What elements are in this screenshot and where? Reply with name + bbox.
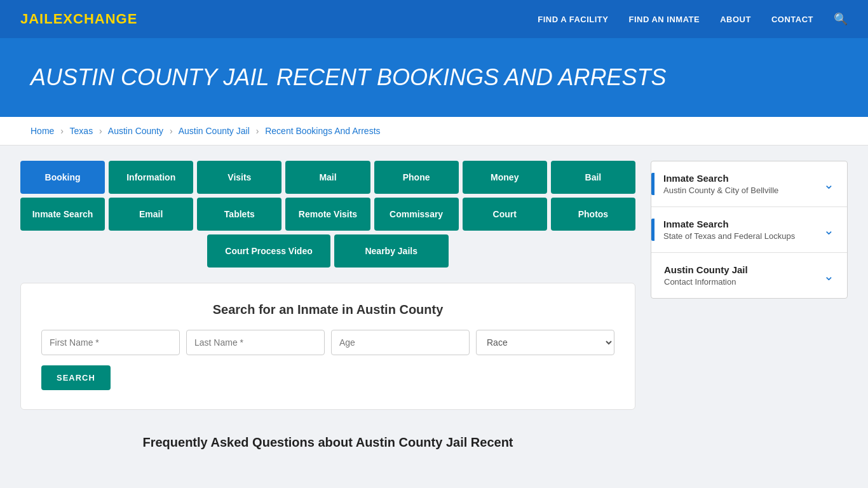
btn-visits[interactable]: Visits bbox=[197, 161, 281, 194]
btn-mail[interactable]: Mail bbox=[285, 161, 370, 194]
sidebar-title-2: Inmate Search bbox=[663, 219, 795, 229]
breadcrumb-sep-3: › bbox=[170, 126, 173, 136]
btn-phone[interactable]: Phone bbox=[374, 161, 459, 194]
btn-booking[interactable]: Booking bbox=[20, 161, 105, 194]
breadcrumb-austin-county-jail[interactable]: Austin County Jail bbox=[179, 126, 250, 136]
hero-title-main: Austin County Jail bbox=[31, 64, 269, 90]
sidebar-title-3: Austin County Jail bbox=[664, 264, 748, 275]
nav-about[interactable]: ABOUT bbox=[720, 15, 751, 24]
breadcrumb-austin-county[interactable]: Austin County bbox=[108, 126, 163, 136]
nav-contact[interactable]: CONTACT bbox=[771, 15, 813, 24]
btn-information[interactable]: Information bbox=[109, 161, 193, 194]
btn-email[interactable]: Email bbox=[109, 198, 193, 231]
chevron-down-icon-3: ⌄ bbox=[824, 268, 834, 283]
sidebar-card: Inmate Search Austin County & City of Be… bbox=[651, 161, 848, 299]
btn-tablets[interactable]: Tablets bbox=[197, 198, 281, 231]
sidebar-item-inmate-search-2[interactable]: Inmate Search State of Texas and Federal… bbox=[651, 207, 847, 253]
hero-section: Austin County Jail Recent Bookings and A… bbox=[0, 38, 868, 117]
search-title: Search for an Inmate in Austin County bbox=[41, 302, 614, 317]
search-icon[interactable]: 🔍 bbox=[834, 12, 848, 26]
age-input[interactable] bbox=[331, 330, 470, 355]
bottom-heading: Frequently Asked Questions about Austin … bbox=[20, 425, 635, 452]
hero-title-sub: Recent Bookings and Arrests bbox=[276, 64, 666, 90]
breadcrumb-home[interactable]: Home bbox=[31, 126, 54, 136]
race-select[interactable]: Race bbox=[476, 330, 614, 355]
sidebar-sub-3: Contact Information bbox=[664, 277, 748, 287]
sidebar-inner-1: Inmate Search Austin County & City of Be… bbox=[663, 173, 824, 195]
breadcrumb: Home › Texas › Austin County › Austin Co… bbox=[0, 117, 868, 146]
search-fields: Race bbox=[41, 330, 614, 355]
btn-commissary[interactable]: Commissary bbox=[374, 198, 459, 231]
search-button[interactable]: SEARCH bbox=[41, 365, 111, 390]
btn-photos[interactable]: Photos bbox=[551, 198, 635, 231]
breadcrumb-sep-1: › bbox=[60, 126, 64, 136]
btn-nearby-jails[interactable]: Nearby Jails bbox=[334, 234, 449, 268]
btn-money[interactable]: Money bbox=[463, 161, 547, 194]
main-wrapper: Booking Information Visits Mail Phone Mo… bbox=[0, 146, 868, 468]
sidebar-inner-2: Inmate Search State of Texas and Federal… bbox=[663, 219, 824, 241]
button-grid-row3: Court Process Video Nearby Jails bbox=[20, 234, 635, 268]
search-box: Search for an Inmate in Austin County Ra… bbox=[20, 283, 635, 410]
btn-inmate-search[interactable]: Inmate Search bbox=[20, 198, 105, 231]
sidebar-text-2: Inmate Search State of Texas and Federal… bbox=[663, 219, 795, 241]
chevron-down-icon-2: ⌄ bbox=[824, 222, 834, 238]
button-grid-row1: Booking Information Visits Mail Phone Mo… bbox=[20, 161, 635, 194]
button-grid-row2: Inmate Search Email Tablets Remote Visit… bbox=[20, 198, 635, 231]
btn-court-process-video[interactable]: Court Process Video bbox=[207, 234, 330, 268]
last-name-input[interactable] bbox=[186, 330, 325, 355]
breadcrumb-sep-4: › bbox=[256, 126, 259, 136]
sidebar: Inmate Search Austin County & City of Be… bbox=[651, 161, 848, 452]
breadcrumb-texas[interactable]: Texas bbox=[70, 126, 93, 136]
content-left: Booking Information Visits Mail Phone Mo… bbox=[20, 161, 635, 452]
sidebar-text-1: Inmate Search Austin County & City of Be… bbox=[663, 173, 778, 195]
breadcrumb-sep-2: › bbox=[99, 126, 102, 136]
chevron-down-icon-1: ⌄ bbox=[824, 177, 834, 192]
sidebar-item-inmate-search-1[interactable]: Inmate Search Austin County & City of Be… bbox=[651, 161, 847, 207]
btn-bail[interactable]: Bail bbox=[551, 161, 635, 194]
sidebar-bar-2 bbox=[651, 219, 654, 241]
sidebar-text-3: Austin County Jail Contact Information bbox=[664, 264, 748, 287]
site-logo[interactable]: JAILEXCHANGE bbox=[20, 11, 137, 27]
breadcrumb-current: Recent Bookings And Arrests bbox=[265, 126, 380, 136]
sidebar-item-contact-info[interactable]: Austin County Jail Contact Information ⌄ bbox=[651, 253, 847, 298]
logo-jail: JAIL bbox=[20, 11, 53, 27]
first-name-input[interactable] bbox=[41, 330, 180, 355]
btn-remote-visits[interactable]: Remote Visits bbox=[285, 198, 370, 231]
btn-court[interactable]: Court bbox=[463, 198, 547, 231]
nav-find-facility[interactable]: FIND A FACILITY bbox=[538, 15, 608, 24]
sidebar-bar-1 bbox=[651, 173, 654, 195]
nav-links: FIND A FACILITY FIND AN INMATE ABOUT CON… bbox=[538, 12, 848, 26]
navbar: JAILEXCHANGE FIND A FACILITY FIND AN INM… bbox=[0, 0, 868, 38]
logo-exchange: EXCHANGE bbox=[53, 11, 138, 27]
sidebar-title-1: Inmate Search bbox=[663, 173, 778, 184]
nav-find-inmate[interactable]: FIND AN INMATE bbox=[628, 15, 700, 24]
page-title: Austin County Jail Recent Bookings and A… bbox=[31, 61, 837, 92]
sidebar-sub-2: State of Texas and Federal Lockups bbox=[663, 231, 795, 241]
sidebar-sub-1: Austin County & City of Bellville bbox=[663, 186, 778, 195]
